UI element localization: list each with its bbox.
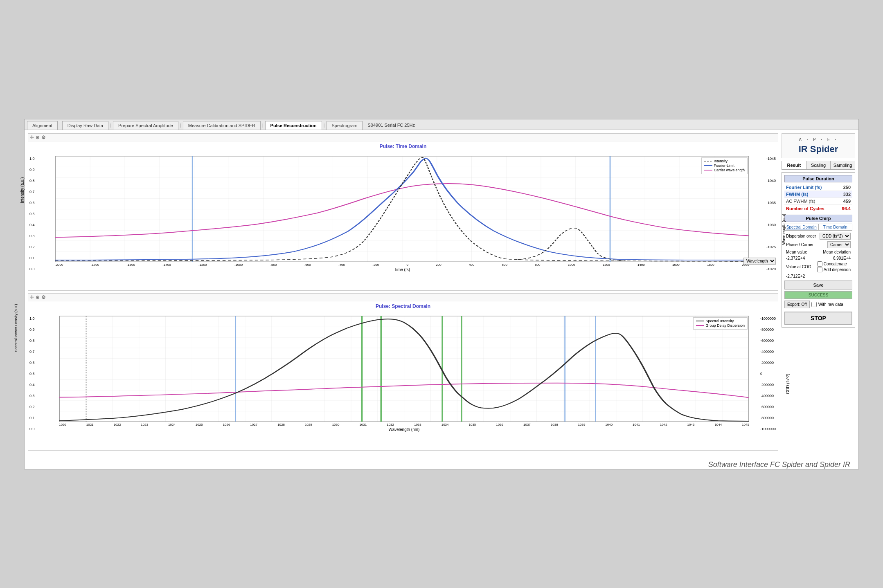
crosshair-icon[interactable]: ✛ [30,135,34,140]
spectral-domain-title: Pulse: Spectral Domain [28,303,778,310]
save-button[interactable]: Save [784,281,852,290]
y-tick: 0.9 [29,168,35,172]
time-legend: Intensity Fourier-Limit Carrier waveleng… [701,157,748,174]
y-tick-s: 0.4 [29,383,35,387]
spectral-domain-svg [59,316,749,422]
dispersion-order-dropdown[interactable]: GDD (fs^2) [820,233,851,240]
y-tick-s: 0.6 [29,361,35,365]
spectral-legend: Spectral Intensity Group Delay Dispersio… [693,317,748,330]
y-right-tick-s: -400000 [760,394,776,398]
y-tick-s: 0.3 [29,394,35,398]
ac-fwhm-label: AC FWHM (fs) [786,199,815,204]
y-right-tick-s: 0 [760,372,776,376]
y-right-tick-s: -800000 [760,328,776,332]
add-dispersion-checkbox[interactable] [817,267,822,272]
y-right-tick: -1035 [766,201,776,205]
y-tick: 0.5 [29,212,35,216]
y-right-tick-s: -1000000 [760,427,776,431]
with-raw-data-checkbox[interactable] [811,302,817,307]
fourier-limit-label: Fourier Limit (fs) [786,185,822,190]
chart-toolbar-spectral: ✛ ⊕ ⚙ [28,294,778,301]
cog-value-row: -2.712E+2 [784,274,852,279]
y-tick-s: 0.9 [29,328,35,332]
y-tick: 0.1 [29,256,35,260]
ac-fwhm-row: AC FWHM (fs) 459 [784,198,852,205]
y-tick: 0.6 [29,201,35,205]
concatenate-checkbox[interactable] [817,261,822,267]
panel-tab-sampling[interactable]: Sampling [831,161,855,169]
fwhm-value: 332 [843,192,851,197]
y-tick-s: 0.2 [29,405,35,409]
chirp-tab-spectral[interactable]: Spectral Domain [785,224,819,230]
cog-value: -2.712E+2 [786,274,805,278]
y-tick-s: 0.8 [29,339,35,343]
panel-tab-result[interactable]: Result [782,161,806,169]
mean-deviation-header: Mean deviation [823,250,851,254]
zoom-icon-spectral[interactable]: ⊕ [36,294,40,300]
mean-value-header: Mean value [786,250,807,254]
tab-prepare-spectral[interactable]: Prepare Spectral Amplitude [113,121,178,130]
chirp-tab-time[interactable]: Time Domain [819,224,852,230]
time-domain-svg [55,156,749,262]
y-tick-s: 0.7 [29,350,35,354]
tab-pulse-reconstruction[interactable]: Pulse Reconstruction [265,121,322,130]
y-tick: 0.0 [29,267,35,271]
export-button[interactable]: Export: Off [784,301,810,308]
y-tick: 0.3 [29,234,35,238]
tab-spectrogram[interactable]: Spectrogram [327,121,363,130]
footer-text: Software Interface FC Spider and Spider … [25,460,858,469]
success-button[interactable]: SUCCESS [784,291,852,299]
y-tick-s: 0.1 [29,416,35,420]
legend-gdd: Group Delay Dispersion [705,323,745,328]
settings-icon-spectral[interactable]: ⚙ [41,294,46,300]
cog-row: Value at COG Concatenate Add dispersion [784,261,852,273]
num-cycles-value: 96.4 [842,206,851,211]
y-tick: 0.8 [29,179,35,183]
fwhm-row: FWHM (fs) 332 [784,191,852,198]
dispersion-order-row: Dispersion order GDD (fs^2) [784,232,852,240]
time-domain-title: Pulse: Time Domain [28,143,778,150]
add-dispersion-label: Add dispersion [824,267,851,272]
y-right-tick-s: -200000 [760,383,776,387]
stats-header-row: Mean value Mean deviation [784,249,852,255]
y-right-tick: -1045 [766,157,776,161]
y-tick-s: 0.5 [29,372,35,376]
x-axis-label-spectral: Wavelength (nm) [59,427,749,432]
tab-display-raw-data[interactable]: Display Raw Data [62,121,108,130]
wavelength-dropdown[interactable]: Wavelength [743,258,776,265]
x-axis-label-time: Time (fs) [55,267,749,272]
num-cycles-row: Number of Cycles 96.4 [784,205,852,212]
y-right-tick-s: -800000 [760,416,776,420]
y-right-tick-s: -600000 [760,405,776,409]
tab-measure-calibration[interactable]: Measure Calibration and SPIDER [183,121,261,130]
y-axis-label-time: Intensity (a.u.) [20,177,25,203]
zoom-icon[interactable]: ⊕ [36,135,40,140]
mean-deviation: 6.991E+4 [833,256,851,260]
tab-alignment[interactable]: Alignment [27,121,58,130]
brand-box: A · P · E · IR Spider [782,133,855,158]
fourier-limit-row: Fourier Limit (fs) 250 [784,184,852,191]
stop-button[interactable]: STOP [784,312,852,325]
settings-icon[interactable]: ⚙ [41,135,46,140]
y-right-tick: -1020 [766,267,776,271]
crosshair-icon-spectral[interactable]: ✛ [30,294,34,300]
time-domain-chart: ✛ ⊕ ⚙ Pulse: Time Domain 1.0 0.9 0.8 0.7… [28,133,778,291]
pulse-chirp-header: Pulse Chirp [784,215,852,222]
panel-tab-scaling[interactable]: Scaling [806,161,831,169]
panel-tabs: Result Scaling Sampling [782,161,855,170]
y-right-tick-s: -600000 [760,339,776,343]
y-tick: 0.7 [29,190,35,194]
y-right-label-time: Wavelength (nm) [782,214,786,245]
y-axis-label-spectral: Spectral Power Density (a.u.) [14,304,18,352]
pulse-chirp-section: Pulse Chirp Spectral Domain Time Domain … [784,215,852,279]
chart-toolbar-time: ✛ ⊕ ⚙ [28,134,778,141]
main-container: Alignment | Display Raw Data | Prepare S… [24,119,859,469]
legend-carrier: Carrier wavelength [714,168,745,172]
right-panel: A · P · E · IR Spider Result Scaling Sam… [782,133,855,451]
phase-carrier-dropdown[interactable]: Carrier [827,241,851,248]
y-right-tick-s: -200000 [760,361,776,365]
y-right-tick: -1025 [766,245,776,249]
with-raw-data-label: With raw data [818,302,843,307]
charts-area: ✛ ⊕ ⚙ Pulse: Time Domain 1.0 0.9 0.8 0.7… [28,133,778,451]
concatenate-label: Concatenate [824,262,847,266]
